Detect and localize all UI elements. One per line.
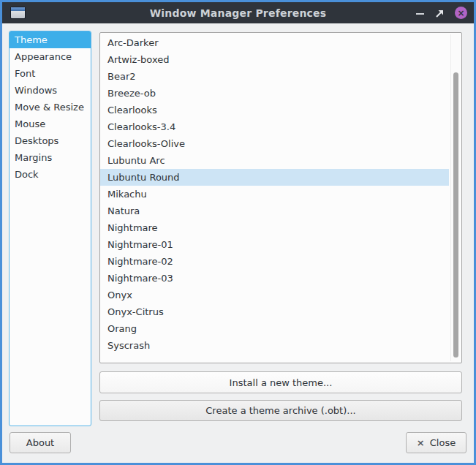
theme-item-nightmare-02[interactable]: Nightmare-02	[100, 253, 449, 270]
titlebar-controls: ×	[416, 2, 467, 23]
sidebar-item-appearance[interactable]: Appearance	[10, 48, 91, 65]
close-button-label: Close	[430, 437, 456, 448]
titlebar[interactable]: Window Manager Preferences ×	[2, 2, 474, 23]
sidebar-item-windows[interactable]: Windows	[10, 82, 91, 99]
sidebar-item-dock[interactable]: Dock	[10, 166, 91, 183]
theme-item-clearlooks-3-4[interactable]: Clearlooks-3.4	[100, 118, 449, 135]
close-x-icon: ×	[417, 437, 425, 448]
diagonal-arrow-icon	[435, 9, 444, 18]
theme-rows: Arc-DarkerArtwiz-boxedBear2Breeze-obClea…	[100, 34, 461, 354]
theme-item-onyx[interactable]: Onyx	[100, 287, 449, 303]
dialog-content: ThemeAppearanceFontWindowsMove & ResizeM…	[2, 23, 474, 463]
sidebar-item-mouse[interactable]: Mouse	[10, 116, 91, 132]
theme-item-orang[interactable]: Orang	[100, 320, 449, 337]
theme-item-mikachu[interactable]: Mikachu	[100, 186, 449, 203]
close-button[interactable]: × Close	[406, 432, 466, 453]
theme-item-natura[interactable]: Natura	[100, 203, 449, 219]
maximize-button[interactable]	[435, 9, 444, 18]
create-archive-button[interactable]: Create a theme archive (.obt)...	[99, 400, 462, 421]
sidebar-item-desktops[interactable]: Desktops	[10, 132, 91, 149]
theme-item-lubuntu-arc[interactable]: Lubuntu Arc	[100, 152, 449, 169]
x-icon: ×	[457, 9, 464, 18]
theme-item-onyx-citrus[interactable]: Onyx-Citrus	[100, 303, 449, 320]
theme-item-clearlooks[interactable]: Clearlooks	[100, 102, 449, 118]
sidebar-item-move-resize[interactable]: Move & Resize	[10, 99, 91, 116]
scrollbar-thumb[interactable]	[453, 72, 458, 358]
theme-item-breeze-ob[interactable]: Breeze-ob	[100, 85, 449, 102]
theme-item-lubuntu-round[interactable]: Lubuntu Round	[100, 169, 449, 186]
install-theme-button[interactable]: Install a new theme...	[99, 371, 462, 393]
about-button[interactable]: About	[10, 432, 71, 453]
sidebar-item-margins[interactable]: Margins	[10, 149, 91, 166]
sidebar-item-theme[interactable]: Theme	[10, 31, 91, 48]
sidebar-item-font[interactable]: Font	[10, 65, 91, 82]
theme-item-nightmare-03[interactable]: Nightmare-03	[100, 270, 449, 287]
theme-list: Arc-DarkerArtwiz-boxedBear2Breeze-obClea…	[99, 32, 462, 363]
theme-item-bear2[interactable]: Bear2	[100, 68, 449, 85]
theme-item-artwiz-boxed[interactable]: Artwiz-boxed	[100, 51, 449, 68]
window-title: Window Manager Preferences	[2, 7, 474, 19]
theme-item-clearlooks-olive[interactable]: Clearlooks-Olive	[100, 135, 449, 152]
minimize-button[interactable]	[416, 13, 424, 15]
category-list: ThemeAppearanceFontWindowsMove & ResizeM…	[9, 31, 91, 426]
theme-item-arc-darker[interactable]: Arc-Darker	[100, 34, 449, 51]
window: Window Manager Preferences × ThemeAppear…	[0, 0, 476, 465]
theme-item-nightmare[interactable]: Nightmare	[100, 219, 449, 236]
theme-item-nightmare-01[interactable]: Nightmare-01	[100, 236, 449, 253]
scrollbar-track[interactable]	[450, 34, 460, 361]
theme-item-syscrash[interactable]: Syscrash	[100, 337, 449, 354]
close-window-button[interactable]: ×	[455, 7, 467, 19]
